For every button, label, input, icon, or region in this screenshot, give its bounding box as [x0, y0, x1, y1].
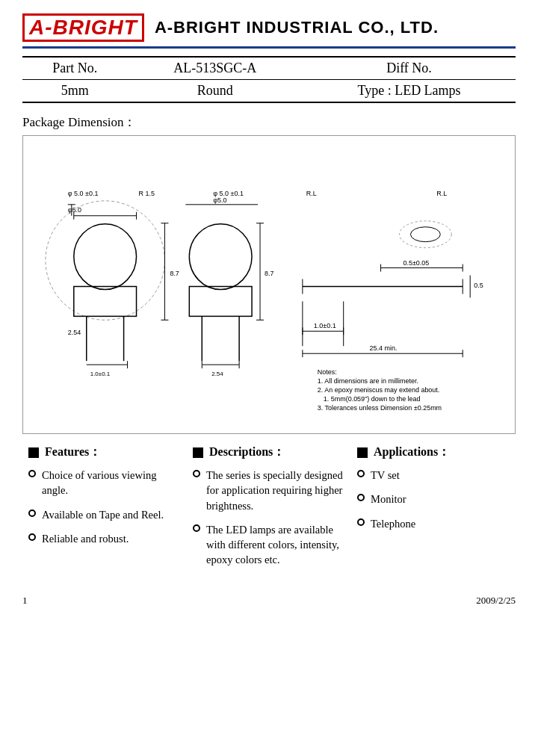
technical-drawing: φ5.0 8.7 2.54 8.7 φ5.0 0.5 1.0±0.1 — [23, 136, 515, 433]
features-bullet-square — [28, 447, 39, 458]
svg-rect-2 — [74, 286, 137, 316]
part-no-label: Part No. — [22, 57, 127, 80]
part-type: Type : LED Lamps — [303, 80, 516, 103]
svg-text:2.54: 2.54 — [68, 329, 81, 336]
svg-text:3. Tolerances unless Dimension: 3. Tolerances unless Dimension ±0.25mm — [318, 404, 442, 412]
svg-text:2.54: 2.54 — [211, 371, 223, 377]
svg-point-46 — [410, 227, 440, 242]
bullet-circle-icon — [28, 533, 36, 541]
svg-text:8.7: 8.7 — [170, 270, 179, 277]
description-text-2: The LED lamps are available with differe… — [206, 522, 345, 568]
application-text-3: Telephone — [371, 516, 415, 531]
package-diagram: φ5.0 8.7 2.54 8.7 φ5.0 0.5 1.0±0.1 — [22, 135, 516, 434]
svg-text:0.5±0.05: 0.5±0.05 — [403, 259, 429, 267]
application-text-1: TV set — [371, 468, 400, 483]
svg-rect-15 — [189, 286, 252, 316]
bullet-circle-icon — [357, 494, 365, 501]
bullet-circle-icon — [357, 518, 365, 526]
feature-item-3: Reliable and robust. — [28, 531, 181, 546]
date: 2009/2/25 — [476, 595, 516, 607]
applications-title: Applications： — [374, 444, 450, 460]
info-columns: Features： Choice of various viewing angl… — [22, 444, 516, 577]
part-shape: Round — [127, 80, 303, 103]
svg-text:1.0±0.1: 1.0±0.1 — [314, 322, 336, 329]
bullet-circle-icon — [28, 509, 36, 517]
descriptions-column: Descriptions： The series is specially de… — [187, 444, 351, 577]
feature-item-2: Available on Tape and Reel. — [28, 507, 181, 522]
svg-text:φ5.0: φ5.0 — [213, 196, 226, 204]
features-title: Features： — [45, 444, 101, 460]
package-dimension-label: Package Dimension： — [22, 114, 516, 131]
company-name: A-BRIGHT INDUSTRIAL CO., LTD. — [155, 18, 439, 37]
applications-column: Applications： TV set Monitor Telephone — [351, 444, 516, 577]
svg-text:Notes:: Notes: — [318, 368, 337, 376]
description-item-1: The series is specially designed for app… — [193, 468, 345, 513]
svg-text:0.5: 0.5 — [474, 282, 483, 289]
description-item-2: The LED lamps are available with differe… — [193, 522, 345, 568]
applications-bullet-square — [357, 447, 368, 458]
svg-point-45 — [399, 221, 451, 248]
feature-item-1: Choice of various viewing angle. — [28, 468, 181, 498]
footer: 1 2009/2/25 — [22, 595, 516, 607]
svg-text:φ 5.0 ±0.1: φ 5.0 ±0.1 — [213, 190, 244, 197]
features-header: Features： — [28, 444, 181, 460]
part-info-table: Part No. AL-513SGC-A Diff No. 5mm Round … — [22, 56, 516, 103]
bullet-circle-icon — [193, 524, 200, 532]
diff-no-label: Diff No. — [303, 57, 516, 80]
svg-text:R.L: R.L — [306, 190, 317, 197]
svg-point-14 — [189, 224, 252, 290]
part-no-value: AL-513SGC-A — [127, 57, 303, 80]
part-size: 5mm — [22, 80, 127, 103]
bullet-circle-icon — [28, 470, 36, 477]
descriptions-title: Descriptions： — [209, 444, 285, 460]
bullet-circle-icon — [357, 470, 365, 477]
descriptions-header: Descriptions： — [193, 444, 345, 460]
application-item-1: TV set — [357, 468, 510, 483]
svg-text:1. All dimensions are in milli: 1. All dimensions are in millimeter. — [318, 377, 418, 385]
svg-text:8.7: 8.7 — [265, 270, 273, 277]
svg-text:R.L: R.L — [436, 190, 447, 197]
applications-header: Applications： — [357, 444, 510, 460]
svg-point-1 — [74, 224, 137, 290]
svg-text:25.4 min.: 25.4 min. — [370, 344, 398, 352]
svg-text:1. 5mm(0.059") down to the lea: 1. 5mm(0.059") down to the lead — [324, 395, 421, 403]
svg-text:φ5.0: φ5.0 — [68, 206, 81, 214]
svg-point-0 — [46, 201, 165, 320]
features-column: Features： Choice of various viewing angl… — [22, 444, 187, 577]
application-item-2: Monitor — [357, 492, 510, 506]
bullet-circle-icon — [193, 470, 200, 477]
application-text-2: Monitor — [371, 492, 406, 506]
descriptions-bullet-square — [193, 447, 203, 458]
feature-text-3: Reliable and robust. — [42, 531, 129, 546]
svg-text:R 1.5: R 1.5 — [139, 190, 155, 197]
svg-text:1.0±0.1: 1.0±0.1 — [90, 371, 111, 377]
application-item-3: Telephone — [357, 516, 510, 531]
company-logo: A-BRIGHT — [22, 13, 144, 42]
feature-text-1: Choice of various viewing angle. — [42, 468, 181, 498]
svg-text:2. An epoxy meniscus may exten: 2. An epoxy meniscus may extend about. — [318, 386, 440, 394]
svg-text:φ 5.0 ±0.1: φ 5.0 ±0.1 — [68, 190, 99, 197]
page-number: 1 — [22, 595, 28, 607]
description-text-1: The series is specially designed for app… — [206, 468, 345, 513]
feature-text-2: Available on Tape and Reel. — [42, 507, 164, 522]
header: A-BRIGHT A-BRIGHT INDUSTRIAL CO., LTD. — [22, 13, 516, 49]
